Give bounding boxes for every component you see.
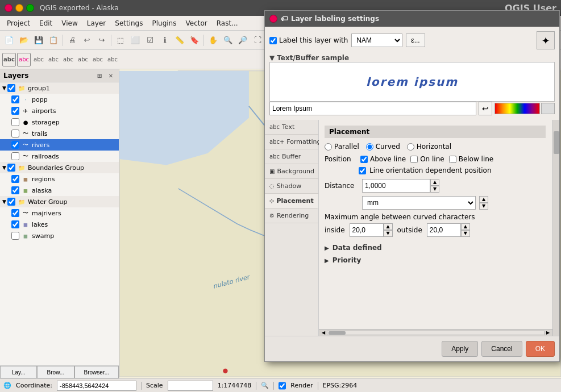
layer-item-rivers[interactable]: 〜 rivers [0,139,119,151]
layer-checkbox-rivers[interactable] [11,141,19,149]
select-features-icon[interactable]: ☑ [143,34,157,47]
new-project-icon[interactable]: 📄 [2,34,16,47]
layer-item-storagep[interactable]: ● storagep [0,116,119,128]
layer-checkbox-regions[interactable] [11,175,19,183]
save-project-icon[interactable]: 💾 [32,34,45,47]
minimize-button[interactable] [15,4,23,12]
identify-icon[interactable]: ℹ [158,34,172,47]
menu-edit[interactable]: Edit [35,18,57,28]
cb-above-line-input[interactable] [360,156,368,163]
layer-checkbox-majrivers[interactable] [11,209,19,217]
radio-curved[interactable]: Curved [366,143,400,151]
select-icon[interactable]: ⬚ [114,34,127,47]
layer-checkbox-storagep[interactable] [11,118,19,126]
inside-angle-input[interactable] [350,223,384,237]
browser-tab-button[interactable]: Brow... [37,366,74,378]
radio-parallel[interactable]: Parallel [325,143,359,151]
layer-item-lakes[interactable]: ◼ lakes [0,219,119,230]
menu-layer[interactable]: Layer [82,18,110,28]
radio-horizontal-input[interactable] [407,143,414,151]
save-as-icon[interactable]: 📋 [47,34,60,47]
menu-rast[interactable]: Rast... [212,18,243,28]
layer-item-majrivers[interactable]: 〜 majrivers [0,207,119,219]
tab-shadow[interactable]: ◌ Shadow [265,179,318,194]
outside-angle-input[interactable] [427,223,461,237]
tab-buffer[interactable]: abc Buffer [265,149,318,164]
layer-item-swamp[interactable]: ◼ swamp [0,230,119,241]
layer-item-alaska[interactable]: ◼ alaska [0,185,119,196]
layer-item-watergroup[interactable]: ▼ 📁 Water Group [0,196,119,207]
layers-close-icon[interactable]: ✕ [106,71,115,80]
ok-button[interactable]: OK [526,341,555,357]
deselect-icon[interactable]: ⬜ [128,34,142,47]
sample-prev-button[interactable]: ↩ [479,102,492,115]
maximize-button[interactable] [26,4,34,12]
measure-icon[interactable]: 📏 [173,34,186,47]
menu-view[interactable]: View [57,18,82,28]
layer-item-railroads[interactable]: 〜 railroads [0,151,119,162]
inside-down-button[interactable]: ▼ [384,230,393,237]
label-layer-checkbox[interactable] [269,37,277,44]
line-orientation-checkbox[interactable] [359,167,366,174]
zoom-in-icon[interactable]: 🔍 [221,34,235,47]
tab-placement[interactable]: ⊹ Placement [265,194,318,208]
radio-horizontal[interactable]: Horizontal [407,143,451,151]
unit-down-button[interactable]: ▼ [479,203,488,210]
label-abc-icon[interactable]: abc [2,53,16,66]
unit-select[interactable]: mm [362,196,476,210]
tab-text[interactable]: abc Text [265,120,318,135]
scale-input[interactable] [168,381,213,391]
label-tool5-icon[interactable]: abc [91,53,105,66]
data-defined-section[interactable]: ▶ Data defined [325,241,546,254]
label-tool3-icon[interactable]: abc [61,53,75,66]
menu-plugins[interactable]: Plugins [147,18,181,28]
priority-section[interactable]: ▶ Priority [325,254,546,266]
radio-curved-input[interactable] [366,143,373,151]
cancel-button[interactable]: Cancel [481,341,522,357]
layer-checkbox-alaska[interactable] [11,186,19,194]
sample-input-field[interactable] [269,102,476,115]
zoom-out-icon[interactable]: 🔎 [236,34,250,47]
cb-below-line-input[interactable] [449,156,456,163]
print-icon[interactable]: 🖨 [65,34,79,47]
layer-checkbox-group1[interactable] [7,84,15,92]
dialog-close-button[interactable] [269,15,277,23]
vscrollbar[interactable] [552,120,559,336]
label-pinned-icon[interactable]: abc [17,53,31,66]
unit-up-button[interactable]: ▲ [479,196,488,203]
hscrollbar[interactable]: ◀ ▶ [319,329,552,336]
pan-icon[interactable]: ✋ [206,34,220,47]
nam-select[interactable]: NAM [351,34,402,47]
layer-item-boundaries[interactable]: ▼ 📁 Boundaries Group [0,162,119,173]
outside-up-button[interactable]: ▲ [461,223,470,230]
layer-checkbox-trails[interactable] [11,130,19,137]
zoom-full-icon[interactable]: ⛶ [251,34,264,47]
distance-up-button[interactable]: ▲ [430,179,439,186]
layer-checkbox-railroads[interactable] [11,152,19,160]
cb-above-line[interactable]: Above line [360,155,406,163]
distance-down-button[interactable]: ▼ [430,186,439,193]
menu-project[interactable]: Project [2,18,35,28]
layer-checkbox-watergroup[interactable] [7,198,15,206]
collapse-arrow[interactable]: ▼ [269,54,275,62]
inside-up-button[interactable]: ▲ [384,223,393,230]
layer-checkbox-airports[interactable] [11,107,19,115]
redo-icon[interactable]: ↪ [95,34,109,47]
tab-rendering[interactable]: ⚙ Rendering [265,208,318,223]
close-button[interactable] [5,4,13,12]
bookmarks-icon[interactable]: 🔖 [188,34,201,47]
layer-checkbox-swamp[interactable] [11,232,19,240]
label-tool1-icon[interactable]: abc [32,53,45,66]
label-tool2-icon[interactable]: abc [47,53,60,66]
layer-checkbox-boundaries[interactable] [7,164,15,172]
eps-button[interactable]: ε... [406,34,425,47]
cb-on-line[interactable]: On line [410,155,444,163]
label-tool4-icon[interactable]: abc [76,53,90,66]
tab-background[interactable]: ▣ Background [265,164,318,179]
render-checkbox[interactable] [279,381,286,391]
undo-icon[interactable]: ↩ [80,34,94,47]
layer-item-trails[interactable]: 〜 trails [0,128,119,139]
layer-item-group1[interactable]: ▼ 📁 group1 [0,82,119,94]
hscroll-right-button[interactable]: ▶ [545,331,551,335]
cb-on-line-input[interactable] [410,156,418,163]
